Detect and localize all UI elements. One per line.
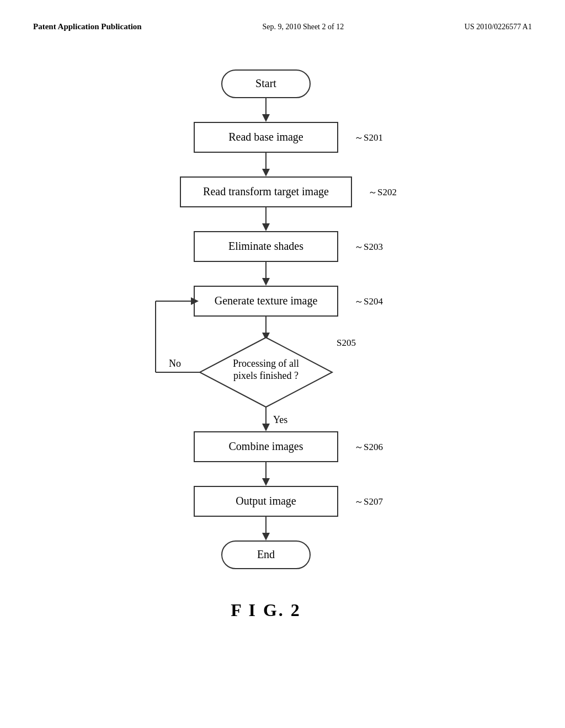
svg-marker-45 [262,533,270,540]
svg-text:Read base image: Read base image [228,131,303,143]
flowchart-svg: Start Read base image ～S201 Read transfo… [89,59,476,655]
header-date-sheet: Sep. 9, 2010 Sheet 2 of 12 [262,23,344,31]
svg-text:～S201: ～S201 [354,132,383,143]
svg-text:Start: Start [255,77,276,89]
page-header: Patent Application Publication Sep. 9, 2… [0,0,565,42]
header-patent-number: US 2010/0226577 A1 [465,23,532,31]
svg-text:Eliminate shades: Eliminate shades [228,240,303,252]
svg-text:F I G. 2: F I G. 2 [231,600,301,620]
svg-text:～S202: ～S202 [368,187,397,197]
svg-text:Output image: Output image [236,495,296,507]
svg-marker-8 [262,169,270,176]
svg-text:Read transform target image: Read transform target image [203,185,329,198]
svg-text:～S204: ～S204 [354,296,383,307]
svg-text:S205: S205 [337,338,356,348]
svg-text:Generate texture image: Generate texture image [215,295,318,307]
svg-marker-18 [262,278,270,286]
svg-text:Processing of all: Processing of all [233,358,299,369]
svg-text:～S207: ～S207 [354,496,383,507]
diagram-container: Start Read base image ～S201 Read transfo… [0,42,565,655]
svg-marker-13 [262,223,270,231]
header-publication: Patent Application Publication [33,22,142,31]
svg-text:pixels finished ?: pixels finished ? [233,370,299,381]
svg-marker-34 [262,424,270,431]
svg-text:～S206: ～S206 [354,442,383,452]
svg-marker-3 [262,114,270,122]
svg-text:Combine images: Combine images [229,440,303,453]
svg-text:No: No [169,358,181,369]
svg-text:Yes: Yes [273,414,287,425]
svg-text:End: End [257,548,275,560]
svg-marker-40 [262,478,270,486]
svg-text:～S203: ～S203 [354,242,383,252]
